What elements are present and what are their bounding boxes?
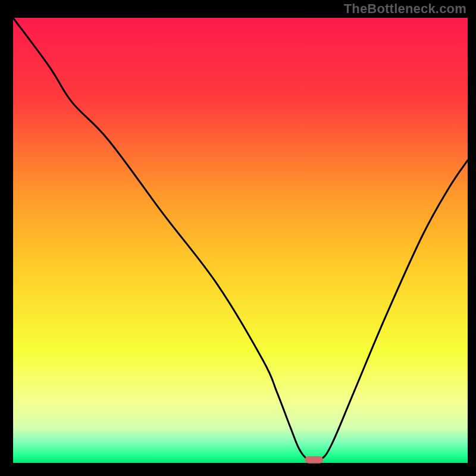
chart-canvas [0, 0, 476, 476]
plot-background [13, 18, 468, 463]
bottleneck-chart: TheBottleneck.com [0, 0, 476, 476]
optimal-zone-marker [305, 456, 323, 464]
